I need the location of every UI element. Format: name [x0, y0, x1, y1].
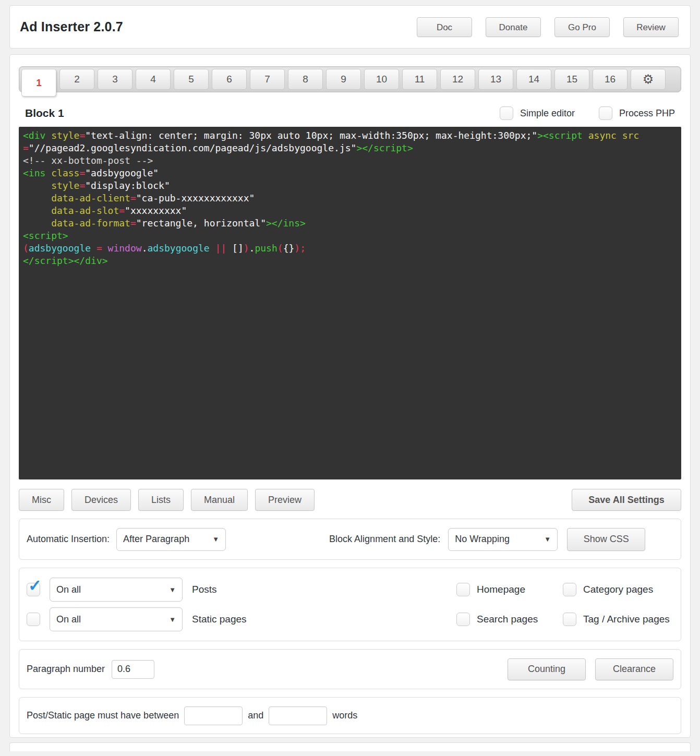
- process-php-option[interactable]: Process PHP: [599, 106, 675, 120]
- tab-13[interactable]: 13: [478, 69, 513, 90]
- static-pages-target-row: On all ▼ Static pages Search pagesTag / …: [27, 607, 673, 631]
- tag-archive-pages-checkbox[interactable]: [563, 613, 576, 626]
- chevron-down-icon: ▼: [169, 616, 176, 623]
- page-type-label: Homepage: [477, 584, 525, 595]
- tab-16[interactable]: 16: [593, 69, 627, 90]
- code-line: <script>: [23, 230, 677, 242]
- clearance-button[interactable]: Clearance: [595, 658, 673, 680]
- tab-8[interactable]: 8: [288, 69, 323, 90]
- tab-7[interactable]: 7: [250, 69, 285, 90]
- tab-11[interactable]: 11: [402, 69, 437, 90]
- tab-15[interactable]: 15: [554, 69, 589, 90]
- preview-button[interactable]: Preview: [255, 489, 315, 511]
- category-pages-checkbox[interactable]: [563, 583, 576, 596]
- tab-2[interactable]: 2: [59, 69, 94, 90]
- automatic-insertion-select[interactable]: After Paragraph ▼: [116, 528, 226, 551]
- posts-scope-select[interactable]: On all ▼: [50, 578, 183, 602]
- paragraph-buttons: Counting Clearance: [508, 658, 673, 680]
- lists-button[interactable]: Lists: [138, 489, 184, 511]
- settings-gear-icon[interactable]: ⚙: [631, 69, 666, 90]
- word-count-box: Post/Static page must have between and w…: [19, 697, 681, 734]
- process-php-checkbox[interactable]: [599, 106, 612, 120]
- word-count-conjunction: and: [248, 710, 263, 721]
- posts-checkbox[interactable]: ✓: [27, 583, 40, 596]
- paragraph-number-input[interactable]: [112, 660, 154, 679]
- checkmark-icon: ✓: [28, 578, 42, 594]
- posts-label: Posts: [192, 584, 217, 595]
- code-line: style="display:block": [23, 179, 677, 192]
- code-line: data-ad-slot="xxxxxxxxx": [23, 205, 677, 217]
- static-pages-label: Static pages: [192, 614, 247, 625]
- simple-editor-label: Simple editor: [520, 108, 575, 119]
- word-count-suffix: words: [332, 710, 357, 721]
- posts-target-row: ✓ On all ▼ Posts HomepageCategory pages: [27, 578, 673, 602]
- block-tabstrip: 12345678910111213141516⚙: [19, 66, 681, 92]
- block-alignment-select[interactable]: No Wrapping ▼: [448, 528, 558, 551]
- tab-14[interactable]: 14: [516, 69, 551, 90]
- code-line: (adsbygoogle = window.adsbygoogle || [])…: [23, 242, 677, 255]
- misc-button[interactable]: Misc: [19, 489, 64, 511]
- tab-10[interactable]: 10: [364, 69, 399, 90]
- page-type-label: Search pages: [477, 614, 538, 625]
- code-line: <div style="text-align: center; margin: …: [23, 129, 677, 142]
- page-type-label: Tag / Archive pages: [583, 614, 670, 625]
- tab-1[interactable]: 1: [21, 69, 56, 97]
- block-heading-row: Block 1 Simple editor Process PHP: [25, 106, 675, 120]
- tab-6[interactable]: 6: [212, 69, 247, 90]
- chevron-down-icon: ▼: [169, 586, 176, 594]
- category-pages-option[interactable]: Category pages: [563, 583, 653, 596]
- block-title: Block 1: [25, 107, 64, 119]
- paragraph-number-box: Paragraph number Counting Clearance: [19, 649, 681, 689]
- code-line: <ins class="adsbygoogle": [23, 167, 677, 179]
- manual-button[interactable]: Manual: [191, 489, 248, 511]
- code-editor[interactable]: <div style="text-align: center; margin: …: [19, 127, 681, 479]
- header-button-go-pro[interactable]: Go Pro: [554, 17, 610, 37]
- devices-button[interactable]: Devices: [71, 489, 131, 511]
- max-words-input[interactable]: [269, 706, 327, 725]
- tag-archive-pages-option[interactable]: Tag / Archive pages: [563, 613, 670, 626]
- save-all-settings-button[interactable]: Save All Settings: [572, 489, 681, 511]
- simple-editor-option[interactable]: Simple editor: [500, 106, 575, 120]
- toolbar-buttons: MiscDevicesListsManualPreview: [19, 489, 315, 511]
- tab-4[interactable]: 4: [136, 69, 171, 90]
- automatic-insertion-label: Automatic Insertion:: [27, 534, 110, 545]
- posts-scope-value: On all: [56, 584, 81, 595]
- word-count-prefix: Post/Static page must have between: [27, 710, 179, 721]
- static-pages-checkbox[interactable]: [27, 613, 40, 626]
- paragraph-number-label: Paragraph number: [27, 664, 105, 675]
- editor-toolbar: MiscDevicesListsManualPreview Save All S…: [19, 489, 681, 511]
- block-alignment-value: No Wrapping: [455, 534, 510, 545]
- block-alignment-label: Block Alignment and Style:: [329, 534, 440, 545]
- static-pages-scope-select[interactable]: On all ▼: [50, 607, 183, 631]
- code-line: <!-- xx-bottom-post -->: [23, 154, 677, 167]
- tab-3[interactable]: 3: [98, 69, 132, 90]
- chevron-down-icon: ▼: [544, 535, 551, 543]
- header-button-review[interactable]: Review: [623, 17, 679, 37]
- search-pages-checkbox[interactable]: [456, 613, 470, 626]
- simple-editor-checkbox[interactable]: [500, 106, 513, 120]
- show-css-button[interactable]: Show CSS: [567, 528, 645, 551]
- code-line: data-ad-format="rectangle, horizontal"><…: [23, 217, 677, 230]
- tab-5[interactable]: 5: [174, 69, 209, 90]
- editor-options: Simple editor Process PHP: [500, 106, 675, 120]
- next-section-card: [9, 742, 691, 751]
- code-line: data-ad-client="ca-pub-xxxxxxxxxxxx": [23, 192, 677, 205]
- homepage-checkbox[interactable]: [456, 583, 470, 596]
- counting-button[interactable]: Counting: [508, 658, 586, 680]
- header-button-doc[interactable]: Doc: [417, 17, 472, 37]
- insertion-settings-box: Automatic Insertion: After Paragraph ▼ B…: [19, 519, 681, 560]
- process-php-label: Process PHP: [619, 108, 675, 119]
- min-words-input[interactable]: [184, 706, 243, 725]
- display-targets-box: ✓ On all ▼ Posts HomepageCategory pages …: [19, 568, 681, 641]
- page-type-row-2: Search pagesTag / Archive pages: [456, 613, 673, 626]
- tab-12[interactable]: 12: [440, 69, 475, 90]
- automatic-insertion-value: After Paragraph: [123, 534, 189, 545]
- code-line: </script></div>: [23, 255, 677, 267]
- homepage-option[interactable]: Homepage: [456, 583, 563, 596]
- tab-9[interactable]: 9: [326, 69, 361, 90]
- main-panel: 12345678910111213141516⚙ Block 1 Simple …: [9, 54, 691, 738]
- search-pages-option[interactable]: Search pages: [456, 613, 563, 626]
- header-bar: Ad Inserter 2.0.7 DocDonateGo ProReview: [9, 5, 691, 49]
- page-title: Ad Inserter 2.0.7: [20, 19, 123, 34]
- header-button-donate[interactable]: Donate: [486, 17, 541, 37]
